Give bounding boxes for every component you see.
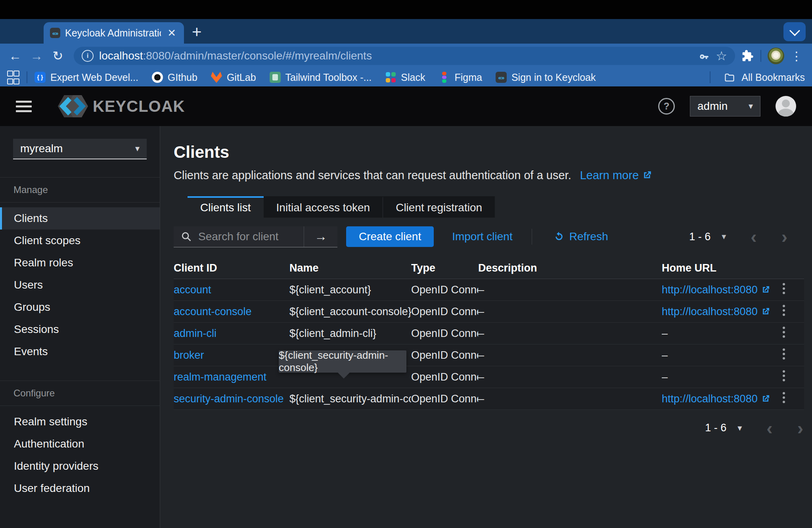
pagination-prev-icon[interactable]: ‹ bbox=[766, 424, 772, 432]
kebab-menu-icon[interactable] bbox=[783, 283, 785, 285]
toolbar-divider bbox=[532, 229, 532, 245]
window-top-bar bbox=[0, 0, 812, 19]
brand-text: KEYCLOAK bbox=[93, 98, 185, 115]
bookmark-star-icon[interactable]: ☆ bbox=[716, 48, 727, 63]
caret-down-icon: ▾ bbox=[135, 143, 140, 154]
forward-button[interactable]: → bbox=[27, 49, 46, 63]
pagination-range: 1 - 6 bbox=[689, 231, 710, 243]
bookmark-tailwind-toolbox[interactable]: Tailwind Toolbox -... bbox=[270, 72, 372, 83]
pagination-top: 1 - 6 ▾ ‹ › bbox=[689, 231, 787, 243]
client-type: OpenID Connect bbox=[411, 284, 478, 296]
bookmark-label: Sign in to Keycloak bbox=[511, 72, 596, 83]
client-home-url-link[interactable]: http://localhost:8080 bbox=[662, 306, 778, 318]
sidebar-item-groups[interactable]: Groups bbox=[0, 296, 160, 318]
user-avatar[interactable] bbox=[776, 96, 796, 117]
bookmark-expert-web-devel[interactable]: { }Expert Web Devel... bbox=[34, 72, 138, 83]
extensions-icon[interactable] bbox=[741, 50, 754, 62]
browser-menu-icon[interactable]: ⋮ bbox=[787, 49, 806, 63]
client-type: OpenID Connect bbox=[411, 327, 478, 340]
apps-grid-icon[interactable] bbox=[7, 71, 18, 84]
pagination-prev-icon[interactable]: ‹ bbox=[751, 233, 756, 241]
pagination-caret-icon[interactable]: ▾ bbox=[722, 231, 726, 242]
all-bookmarks-button[interactable]: All Bookmarks bbox=[741, 72, 805, 83]
site-info-icon[interactable]: i bbox=[82, 50, 94, 62]
sidebar-item-user-federation[interactable]: User federation bbox=[0, 477, 160, 499]
import-client-link[interactable]: Import client bbox=[452, 230, 513, 243]
bookmarks-list: { }Expert Web Devel...GIthubGitLabTailwi… bbox=[34, 72, 609, 83]
sidebar-item-authentication[interactable]: Authentication bbox=[0, 433, 160, 455]
realm-selector[interactable]: myrealm ▾ bbox=[13, 139, 147, 159]
page-description: Clients are applications and services th… bbox=[174, 169, 571, 182]
clients-table: Client IDNameTypeDescriptionHome URL acc… bbox=[174, 257, 804, 410]
sidebar-item-client-scopes[interactable]: Client scopes bbox=[0, 230, 160, 252]
bookmark-sign-in-to-keycloak[interactable]: «»Sign in to Keycloak bbox=[496, 72, 596, 83]
address-bar[interactable]: i localhost:8080/admin/master/console/#/… bbox=[74, 47, 735, 65]
client-id-link[interactable]: security-admin-console bbox=[174, 393, 289, 405]
bookmark-figma[interactable]: Figma bbox=[439, 72, 482, 83]
learn-more-link[interactable]: Learn more bbox=[580, 169, 652, 182]
tailwind-icon bbox=[270, 72, 281, 83]
kebab-menu-icon[interactable] bbox=[783, 305, 785, 307]
sidebar-item-realm-settings[interactable]: Realm settings bbox=[0, 411, 160, 433]
hamburger-menu-icon[interactable] bbox=[16, 101, 32, 112]
client-id-link[interactable]: realm-management bbox=[174, 371, 289, 383]
sidebar-item-clients[interactable]: Clients bbox=[0, 207, 160, 230]
pagination-caret-icon[interactable]: ▾ bbox=[737, 423, 742, 433]
browser-profile-avatar[interactable] bbox=[768, 48, 784, 64]
bookmark-label: Slack bbox=[401, 72, 425, 83]
sidebar-item-events[interactable]: Events bbox=[0, 341, 160, 363]
tab-close-icon[interactable]: ✕ bbox=[166, 27, 178, 39]
sidebar-item-identity-providers[interactable]: Identity providers bbox=[0, 455, 160, 477]
table-row: realm-managementOpenID Connect–– bbox=[174, 366, 804, 388]
user-dropdown[interactable]: admin ▾ bbox=[690, 96, 760, 117]
back-button[interactable]: ← bbox=[6, 49, 25, 63]
client-id-link[interactable]: broker bbox=[174, 349, 289, 362]
sidebar-item-sessions[interactable]: Sessions bbox=[0, 318, 160, 341]
browser-tab-strip: «» Keycloak Administration Cons ✕ + bbox=[0, 19, 812, 44]
new-tab-button[interactable]: + bbox=[192, 24, 202, 40]
tab-search-button[interactable] bbox=[783, 22, 806, 41]
client-home-url: – bbox=[662, 349, 778, 362]
sidebar-section-items: ClientsClient scopesRealm rolesUsersGrou… bbox=[0, 207, 160, 363]
table-row: account-console${client_account-console}… bbox=[174, 301, 804, 323]
sidebar-item-users[interactable]: Users bbox=[0, 274, 160, 296]
url-text: localhost:8080/admin/master/console/#/my… bbox=[99, 50, 693, 62]
tab-initial-access-token[interactable]: Initial access token bbox=[264, 196, 383, 218]
client-home-url-link[interactable]: http://localhost:8080 bbox=[662, 393, 778, 405]
refresh-icon bbox=[553, 231, 565, 242]
client-name: ${client_admin-cli} bbox=[289, 327, 411, 340]
search-input[interactable]: Search for client bbox=[174, 226, 304, 247]
client-type: OpenID Connect bbox=[411, 393, 478, 405]
password-key-icon[interactable] bbox=[698, 50, 710, 62]
pagination-next-icon[interactable]: › bbox=[797, 424, 803, 432]
help-icon[interactable]: ? bbox=[658, 98, 675, 115]
pagination-next-icon[interactable]: › bbox=[781, 233, 787, 241]
external-link-icon bbox=[761, 307, 770, 316]
bookmark-gitlab[interactable]: GitLab bbox=[211, 72, 256, 83]
sidebar-item-realm-roles[interactable]: Realm roles bbox=[0, 252, 160, 274]
client-home-url: – bbox=[662, 371, 778, 383]
bookmark-label: Expert Web Devel... bbox=[50, 72, 138, 83]
tab-clients-list[interactable]: Clients list bbox=[188, 196, 264, 218]
search-submit-button[interactable]: → bbox=[304, 226, 337, 247]
bookmark-github[interactable]: GIthub bbox=[152, 72, 197, 83]
client-home-url-link[interactable]: http://localhost:8080 bbox=[662, 284, 778, 296]
client-id-link[interactable]: account bbox=[174, 284, 289, 296]
keycloak-logo[interactable]: KEYCLOAK bbox=[49, 92, 185, 120]
client-type: OpenID Connect bbox=[411, 371, 478, 383]
browser-tab-active[interactable]: «» Keycloak Administration Cons ✕ bbox=[44, 22, 184, 44]
kebab-menu-icon[interactable] bbox=[783, 370, 785, 373]
kebab-menu-icon[interactable] bbox=[783, 392, 785, 394]
tab-client-registration[interactable]: Client registration bbox=[383, 196, 495, 218]
client-id-link[interactable]: admin-cli bbox=[174, 327, 289, 340]
kc-fav: «» bbox=[496, 72, 507, 83]
create-client-button[interactable]: Create client bbox=[346, 226, 434, 247]
refresh-button[interactable]: Refresh bbox=[550, 230, 608, 243]
kebab-menu-icon[interactable] bbox=[783, 348, 785, 351]
reload-button[interactable]: ↻ bbox=[48, 48, 67, 63]
row-actions bbox=[783, 283, 804, 297]
bookmark-slack[interactable]: Slack bbox=[385, 72, 425, 83]
kebab-menu-icon[interactable] bbox=[783, 327, 785, 329]
client-id-link[interactable]: account-console bbox=[174, 306, 289, 318]
gitlab-icon bbox=[211, 72, 222, 83]
